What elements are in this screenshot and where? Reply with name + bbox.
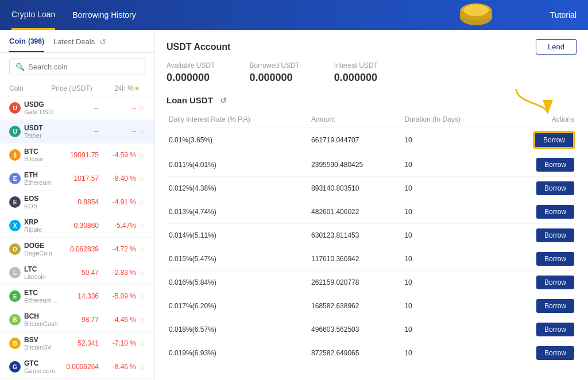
list-item[interactable]: E EOS EOS 0.8854 -4.91 % ☆ — [0, 191, 154, 214]
loan-refresh-icon[interactable]: ↺ — [220, 96, 227, 105]
coin-symbol: DOGE — [24, 242, 61, 250]
borrow-button[interactable]: Borrow — [536, 323, 574, 336]
loan-rate: 0.017%(6.20%) — [167, 294, 309, 318]
borrow-button[interactable]: Borrow — [536, 228, 574, 242]
coin-price: 0.062839 — [61, 245, 99, 253]
list-item[interactable]: U USDT Tether -- -- ☆ — [0, 120, 154, 144]
lend-button[interactable]: Lend — [536, 39, 577, 55]
borrow-button[interactable]: Borrow — [536, 181, 574, 195]
table-row: 0.011%(4.01%) 2395590.480425 10 Borrow — [167, 153, 577, 177]
coin-star-icon[interactable]: ☆ — [138, 151, 145, 160]
borrow-button[interactable]: Borrow — [536, 276, 574, 289]
header-nav: Crypto Loan Borrowing History — [11, 1, 136, 30]
coin-name: Gate USD — [24, 108, 61, 115]
coin-icon: G — [9, 361, 21, 373]
coin-name: BitcoinSV — [24, 344, 61, 351]
coin-star-icon[interactable]: ☆ — [138, 339, 145, 348]
list-item[interactable]: E ETC Ethereum ... 14.336 -5.09 % ☆ — [0, 285, 154, 308]
account-stats: Available USDT 0.000000 Borrowed USDT 0.… — [167, 61, 577, 84]
loan-duration: 10 — [402, 127, 502, 153]
search-input[interactable] — [28, 63, 139, 71]
tab-latest-deals[interactable]: Latest Deals ↺ — [53, 37, 106, 52]
coin-change: -- — [99, 127, 136, 135]
list-item[interactable]: X XRP Ripple 0.30860 -5.47% ☆ — [0, 214, 154, 238]
nav-crypto-loan[interactable]: Crypto Loan — [11, 1, 55, 30]
coin-star-icon[interactable]: ☆ — [138, 175, 145, 183]
list-item[interactable]: B BCH BitcoinCash 98.77 -4.46 % ☆ — [0, 308, 154, 332]
coin-symbol: USDG — [24, 100, 61, 108]
loan-action: Borrow — [502, 247, 577, 271]
list-item[interactable]: G GTC Game.com 0.0006264 -8.46 % ☆ — [0, 355, 154, 379]
borrow-button[interactable]: Borrow — [536, 299, 574, 313]
coin-star-icon[interactable]: ☆ — [138, 104, 145, 113]
coin-star-icon[interactable]: ☆ — [138, 316, 145, 324]
borrow-button[interactable]: Borrow — [536, 252, 574, 266]
coin-change: -2.83 % — [99, 269, 136, 277]
coin-list-header: Coin Price (USDT) 24h % ★ — [0, 81, 154, 96]
coin-icon: ₿ — [9, 149, 21, 161]
table-col-header: Actions — [502, 112, 577, 127]
loan-table-header-row: Daily Interest Rate (% P.A)AmountDuratio… — [167, 112, 577, 127]
coin-star-icon[interactable]: ☆ — [138, 245, 145, 254]
table-row: 0.017%(6.20%) 168582.638962 10 Borrow — [167, 294, 577, 318]
tab-coin[interactable]: Coin (396) — [9, 37, 44, 52]
coin-name: Game.com — [24, 367, 61, 374]
col-header-star: ★ — [134, 84, 145, 92]
coin-star-icon[interactable]: ☆ — [138, 363, 145, 371]
loan-amount: 482601.406022 — [309, 200, 402, 224]
loan-action: Borrow — [502, 153, 577, 177]
coin-star-icon[interactable]: ☆ — [138, 292, 145, 301]
coin-info: LTC Litecoin — [24, 265, 61, 280]
coin-star-icon[interactable]: ☆ — [138, 222, 145, 230]
coin-price: 0.0006264 — [61, 363, 99, 371]
table-row: 0.013%(4.74%) 482601.406022 10 Borrow — [167, 200, 577, 224]
coin-price: 0.30860 — [61, 222, 99, 230]
coin-price: 98.77 — [61, 316, 99, 324]
table-row: 0.014%(5.11%) 630123.811453 10 Borrow — [167, 224, 577, 247]
col-header-price: Price (USDT) — [51, 84, 92, 92]
header-decoration — [444, 0, 496, 30]
loan-table: Daily Interest Rate (% P.A)AmountDuratio… — [167, 112, 577, 365]
list-item[interactable]: B BSV BitcoinSV 52.341 -7.10 % ☆ — [0, 332, 154, 355]
list-item[interactable]: E ETH Ethereum 1017.57 -8.40 % ☆ — [0, 167, 154, 191]
list-item[interactable]: L LTC Litecoin 50.47 -2.83 % ☆ — [0, 261, 154, 285]
coin-symbol: ETH — [24, 171, 61, 179]
loan-rate: 0.014%(5.11%) — [167, 224, 309, 247]
list-item[interactable]: D DOGE DogeCoin 0.062839 -4.72 % ☆ — [0, 238, 154, 261]
borrow-button[interactable]: Borrow — [534, 132, 574, 148]
stat-value: 0.000000 — [167, 72, 215, 84]
list-item[interactable]: U USDG Gate USD -- -- ☆ — [0, 96, 154, 120]
loan-rate: 0.01%(3.65%) — [167, 127, 309, 153]
list-item[interactable]: ₿ BTC Bitcoin 19091.75 -4.59 % ☆ — [0, 144, 154, 167]
tutorial-link[interactable]: Tutorial — [550, 10, 577, 20]
coin-info: GTC Game.com — [24, 359, 61, 374]
loan-rate: 0.013%(4.74%) — [167, 200, 309, 224]
coin-name: Bitcoin — [24, 156, 61, 162]
right-content: USDT Account Lend Available USDT 0.00000… — [155, 30, 588, 380]
coin-price: 52.341 — [61, 339, 99, 347]
coin-star-icon[interactable]: ☆ — [138, 127, 145, 136]
coin-info: XRP Ripple — [24, 218, 61, 233]
coin-icon: U — [9, 126, 21, 137]
refresh-icon[interactable]: ↺ — [99, 37, 106, 46]
loan-action: Borrow — [502, 271, 577, 294]
coin-star-icon[interactable]: ☆ — [138, 269, 145, 277]
coin-info: USDG Gate USD — [24, 100, 61, 115]
borrow-button[interactable]: Borrow — [536, 158, 574, 172]
coin-change: -8.40 % — [99, 175, 136, 183]
coin-star-icon[interactable]: ☆ — [138, 198, 145, 207]
account-title: USDT Account — [167, 42, 230, 52]
borrow-button[interactable]: Borrow — [536, 205, 574, 219]
coin-icon: B — [9, 338, 21, 349]
borrow-button[interactable]: Borrow — [536, 346, 574, 360]
table-row: 0.01%(3.65%) 661719.044707 10 Borrow — [167, 127, 577, 153]
stat-item: Available USDT 0.000000 — [167, 61, 215, 84]
coin-change: -4.59 % — [99, 151, 136, 159]
loan-action: Borrow — [502, 177, 577, 200]
loan-rate: 0.016%(5.84%) — [167, 271, 309, 294]
loan-rate: 0.018%(6.57%) — [167, 318, 309, 342]
loan-rate: 0.019%(6.93%) — [167, 342, 309, 365]
coin-symbol: BTC — [24, 148, 61, 156]
nav-borrowing-history[interactable]: Borrowing History — [72, 1, 136, 29]
coin-icon: E — [9, 290, 21, 302]
